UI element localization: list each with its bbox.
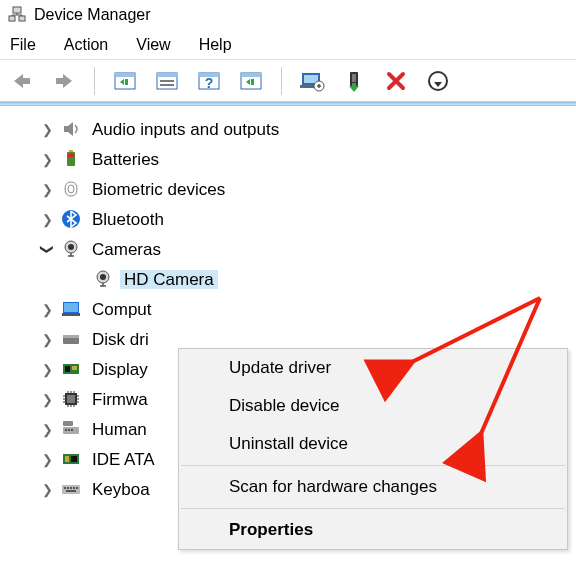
uninstall-device-button[interactable] [424,67,452,95]
titlebar: Device Manager [0,0,576,30]
chevron-right-icon[interactable]: ❯ [40,183,54,196]
display-adapter-icon [60,358,82,380]
svg-rect-33 [62,313,80,316]
tree-label: Audio inputs and outputs [88,120,283,139]
camera-icon [60,238,82,260]
svg-rect-41 [67,395,75,403]
bluetooth-icon [60,208,82,230]
svg-rect-52 [67,487,69,489]
disable-device-button[interactable] [382,67,410,95]
tree-label: IDE ATA [88,450,159,469]
fingerprint-icon [60,178,82,200]
context-separator [181,465,565,466]
tree-node-cameras[interactable]: ❯ Cameras [40,234,576,264]
svg-rect-55 [76,487,78,489]
context-menu: Update driver Disable device Uninstall d… [178,348,568,550]
chevron-right-icon[interactable]: ❯ [40,333,54,346]
chevron-down-icon[interactable]: ❯ [41,242,54,256]
svg-rect-48 [65,456,69,462]
svg-rect-44 [65,429,67,431]
back-button[interactable] [8,67,36,95]
window-title: Device Manager [34,6,151,24]
svg-point-36 [75,340,77,342]
monitor-icon [60,298,82,320]
svg-rect-4 [115,73,135,77]
svg-point-30 [100,274,106,280]
enable-device-button[interactable] [340,67,368,95]
tree-label: Biometric devices [88,180,229,199]
svg-rect-25 [68,154,74,157]
context-update-driver[interactable]: Update driver [179,349,567,387]
tree-node-audio[interactable]: ❯ Audio inputs and outputs [40,114,576,144]
toolbar-separator [94,67,95,95]
svg-rect-14 [241,73,261,77]
tree-label: Keyboa [88,480,154,499]
menu-help[interactable]: Help [199,36,232,54]
tree-label: Human [88,420,151,439]
tree-label: Comput [88,300,156,319]
svg-rect-46 [71,429,73,431]
svg-rect-1 [9,16,15,21]
svg-rect-5 [125,79,128,85]
svg-point-28 [68,244,74,250]
svg-rect-24 [69,150,73,152]
toolbar-separator [281,67,282,95]
svg-rect-0 [13,7,21,13]
menu-view[interactable]: View [136,36,170,54]
chevron-right-icon[interactable]: ❯ [40,363,54,376]
properties-button[interactable] [153,67,181,95]
tree-node-hd-camera[interactable]: HD Camera [72,264,576,294]
svg-rect-35 [63,335,79,338]
context-scan-hardware[interactable]: Scan for hardware changes [179,468,567,506]
svg-point-22 [429,72,447,90]
svg-rect-38 [65,366,70,372]
svg-rect-53 [70,487,72,489]
tree-node-bluetooth[interactable]: ❯ Bluetooth [40,204,576,234]
chevron-right-icon[interactable]: ❯ [40,393,54,406]
tree-label: Firmwa [88,390,152,409]
chevron-right-icon[interactable]: ❯ [40,123,54,136]
context-uninstall-device[interactable]: Uninstall device [179,425,567,463]
battery-icon [60,148,82,170]
disk-icon [60,328,82,350]
chevron-right-icon[interactable]: ❯ [40,303,54,316]
tree-label: Display [88,360,152,379]
svg-rect-43 [63,421,73,426]
speaker-icon [60,118,82,140]
chevron-right-icon[interactable]: ❯ [40,153,54,166]
tree-node-computers[interactable]: ❯ Comput [40,294,576,324]
tree-label: Cameras [88,240,165,259]
forward-button[interactable] [50,67,78,95]
svg-rect-32 [64,303,78,312]
help-button[interactable]: ? [195,67,223,95]
svg-rect-8 [160,80,174,82]
svg-rect-49 [71,456,77,462]
chevron-right-icon[interactable]: ❯ [40,423,54,436]
menu-action[interactable]: Action [64,36,108,54]
camera-icon [92,268,114,290]
context-disable-device[interactable]: Disable device [179,387,567,425]
menu-file[interactable]: File [10,36,36,54]
chevron-right-icon[interactable]: ❯ [40,213,54,226]
svg-rect-7 [157,73,177,77]
hid-icon [60,418,82,440]
svg-rect-2 [19,16,25,21]
scan-hardware-button[interactable] [237,67,265,95]
chevron-right-icon[interactable]: ❯ [40,453,54,466]
context-properties[interactable]: Properties [179,511,567,549]
svg-rect-54 [73,487,75,489]
show-hide-tree-button[interactable] [111,67,139,95]
chevron-right-icon[interactable]: ❯ [40,483,54,496]
tree-label: Bluetooth [88,210,168,229]
tree-node-batteries[interactable]: ❯ Batteries [40,144,576,174]
svg-rect-21 [352,74,356,82]
svg-rect-15 [251,79,254,85]
update-driver-button[interactable] [298,67,326,95]
chip-icon [60,388,82,410]
tree-node-biometric[interactable]: ❯ Biometric devices [40,174,576,204]
svg-rect-39 [72,366,77,370]
svg-rect-45 [68,429,70,431]
device-manager-icon [8,6,26,24]
svg-rect-50 [62,485,80,494]
tree-label: Disk dri [88,330,153,349]
